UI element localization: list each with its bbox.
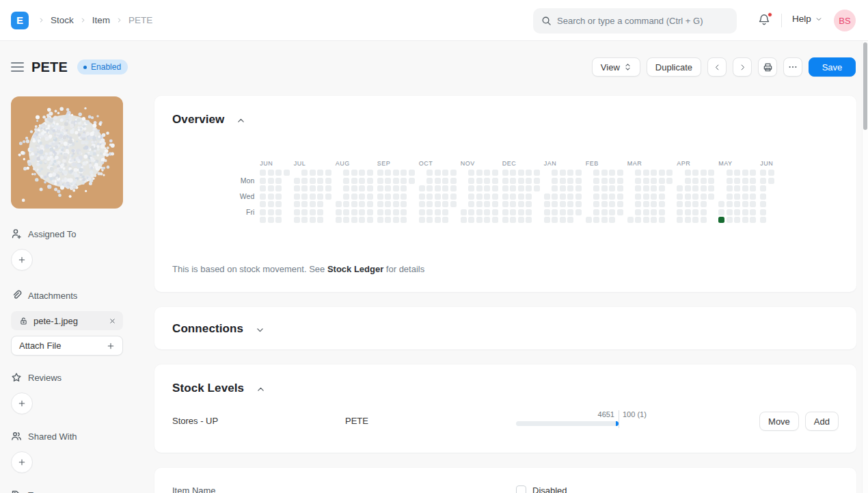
- add-stock-button[interactable]: Add: [805, 412, 839, 431]
- heatmap-cell: [617, 194, 623, 200]
- heatmap-cell: [617, 201, 623, 207]
- heatmap-cell: [260, 185, 266, 191]
- add-assignment-button[interactable]: [11, 249, 33, 271]
- heatmap-cell: [377, 209, 383, 215]
- paperclip-icon: [11, 290, 22, 301]
- breadcrumb-item[interactable]: Item: [92, 15, 110, 25]
- heatmap-cell: [359, 217, 365, 223]
- disabled-checkbox[interactable]: [516, 485, 526, 493]
- collapse-overview-button[interactable]: [236, 115, 245, 125]
- heatmap-day-label: Wed: [240, 194, 254, 200]
- heatmap-cell: [575, 178, 582, 184]
- heatmap-cell: [393, 217, 399, 223]
- heatmap-cell: [659, 178, 665, 184]
- attachment-chip[interactable]: pete-1.jpeg: [11, 311, 123, 330]
- heatmap-cell: [450, 185, 457, 191]
- item-details-card: Item Name Disabled: [154, 468, 856, 493]
- heatmap-cell: [419, 194, 425, 200]
- heatmap-cell: [760, 201, 766, 207]
- heatmap-cell: [760, 185, 766, 191]
- heatmap-cell: [435, 217, 441, 223]
- heatmap-cell: [760, 178, 766, 184]
- heatmap-cell: [677, 217, 683, 223]
- duplicate-button[interactable]: Duplicate: [647, 57, 701, 77]
- heatmap-cell: [692, 170, 699, 176]
- heatmap-cell: [502, 178, 508, 184]
- heatmap-month-label: DEC: [502, 160, 540, 170]
- user-avatar[interactable]: BS: [834, 10, 856, 31]
- heatmap-cell: [526, 209, 532, 215]
- heatmap-cell: [534, 185, 540, 191]
- heatmap-cell: [692, 178, 699, 184]
- warehouse-name: Stores - UP: [172, 416, 218, 426]
- breadcrumb-stock[interactable]: Stock: [51, 15, 74, 25]
- heatmap-cell: [393, 201, 399, 207]
- disabled-checkbox-group[interactable]: Disabled: [516, 485, 567, 493]
- heatmap-cell: [627, 217, 634, 223]
- add-review-button[interactable]: [11, 392, 33, 414]
- save-label: Save: [822, 62, 843, 72]
- heatmap-cell: [351, 185, 357, 191]
- heatmap-cell: [593, 209, 599, 215]
- remove-attachment-button[interactable]: [109, 317, 116, 325]
- heatmap-cell: [742, 209, 748, 215]
- next-record-button[interactable]: [733, 57, 752, 77]
- print-button[interactable]: [758, 57, 777, 77]
- heatmap-grid: JUNJULAUGSEPOCTNOVDECJANFEBMARAPRMAYJUN: [260, 160, 774, 223]
- heatmap-cell: [476, 194, 483, 200]
- stock-levels-card: Stock Levels Stores - UP PETE 4651 100 (…: [154, 364, 856, 453]
- heatmap-cell: [518, 178, 524, 184]
- heatmap-cell: [484, 217, 490, 223]
- heatmap-cell: [294, 178, 300, 184]
- heatmap-cell: [659, 185, 665, 191]
- heatmap-cell: [275, 194, 282, 200]
- heatmap-cell: [742, 217, 748, 223]
- prev-record-button[interactable]: [707, 57, 727, 77]
- heatmap-cell: [560, 185, 566, 191]
- stock-ledger-link[interactable]: Stock Ledger: [327, 264, 383, 274]
- heatmap-cell: [268, 170, 274, 176]
- expand-connections-button[interactable]: [256, 324, 265, 334]
- item-image-pellets[interactable]: [11, 96, 123, 209]
- heatmap-cell: [552, 194, 558, 200]
- collapse-stock-levels-button[interactable]: [256, 384, 265, 394]
- heatmap-cell: [593, 178, 599, 184]
- heatmap-cell: [426, 194, 433, 200]
- scrollbar-thumb[interactable]: [863, 42, 867, 130]
- app-logo[interactable]: E: [11, 12, 29, 29]
- heatmap-cell: [336, 201, 342, 207]
- help-menu[interactable]: Help: [792, 14, 822, 24]
- heatmap-cell: [643, 170, 649, 176]
- more-menu-button[interactable]: [783, 57, 802, 77]
- heatmap-cell: [377, 178, 383, 184]
- heatmap-cell: [351, 217, 357, 223]
- heatmap-cell: [518, 170, 524, 176]
- attach-file-button[interactable]: Attach File: [11, 336, 123, 356]
- search-input[interactable]: [557, 16, 729, 26]
- plus-icon: [107, 342, 115, 350]
- notifications-bell[interactable]: [757, 13, 772, 28]
- save-button[interactable]: Save: [809, 57, 856, 77]
- heatmap-cell: [367, 217, 373, 223]
- heatmap-cell: [284, 170, 290, 176]
- sidebar-toggle-icon[interactable]: [11, 59, 26, 75]
- heatmap-cell: [685, 201, 691, 207]
- heatmap-cell: [609, 185, 615, 191]
- move-stock-button[interactable]: Move: [759, 412, 799, 431]
- view-button[interactable]: View: [592, 57, 640, 77]
- attach-file-label: Attach File: [19, 341, 107, 351]
- heatmap-month-label: JUN: [760, 160, 774, 170]
- heatmap-cell: [468, 194, 474, 200]
- heatmap-cell: [260, 201, 266, 207]
- heatmap-cell: [275, 170, 282, 176]
- global-search[interactable]: [533, 8, 737, 34]
- heatmap-month-label: JUN: [260, 160, 290, 170]
- heatmap-cell: [359, 209, 365, 215]
- heatmap-cell: [593, 201, 599, 207]
- heatmap-cell: [617, 209, 623, 215]
- heatmap-cell: [701, 201, 707, 207]
- add-share-button[interactable]: [11, 451, 33, 473]
- heatmap-cell: [393, 185, 399, 191]
- heatmap-cell: [560, 217, 566, 223]
- heatmap-cell: [635, 194, 641, 200]
